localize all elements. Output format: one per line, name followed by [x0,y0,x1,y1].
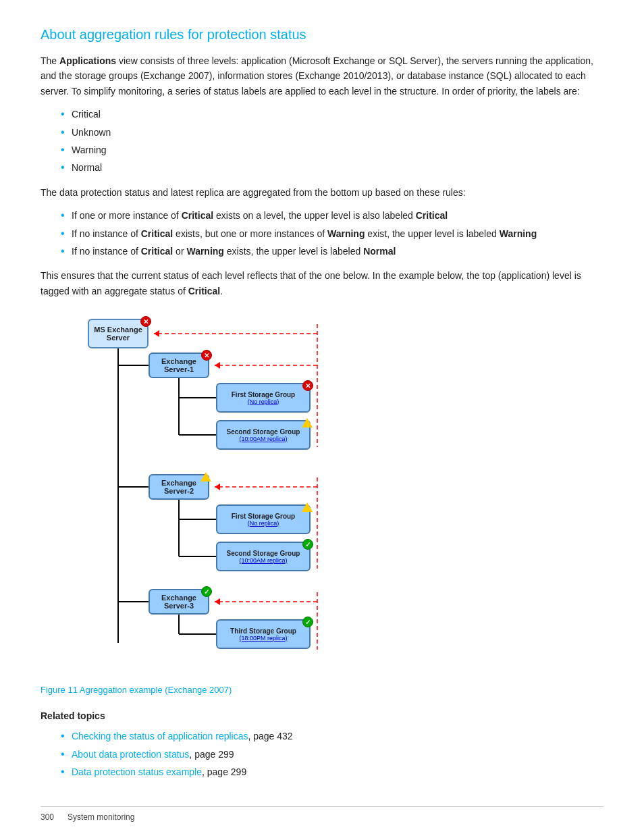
rule-2: If no instance of Critical exists, but o… [61,226,603,241]
ms-exchange-label: MS ExchangeServer [94,325,142,342]
rules-list: If one or more instance of Critical exis… [61,208,603,259]
sg2b-sub: (10:00AM replica) [239,557,287,564]
footer: 300 System monitoring [41,806,603,822]
related-link-3-anchor[interactable]: Data protection status example [72,766,202,777]
intro-paragraph: The Applications view consists of three … [41,53,603,99]
list-item: Warning [61,142,603,157]
page-title: About aggregation rules for protection s… [41,27,603,43]
server-1-status: ✕ [201,350,212,361]
sg1a-node: First Storage Group (No replica) ✕ [216,383,311,413]
server-2-status [200,472,211,481]
server-3-node: ExchangeServer-3 ✓ [149,589,209,615]
sg1b-node: Second Storage Group (10:00AM replica) [216,420,311,450]
list-item: Unknown [61,125,603,140]
summary-paragraph: This ensures that the current status of … [41,268,603,298]
intro-post: view consists of three levels: applicati… [41,55,593,97]
related-link-1-anchor[interactable]: Checking the status of application repli… [72,731,248,741]
server-2-node: ExchangeServer-2 [149,474,209,500]
sg1a-sub: (No replica) [248,398,279,405]
footer-page-number: 300 [41,812,54,822]
intro-bold: Applications [59,55,116,66]
sg1b-label: Second Storage Group [227,428,300,436]
list-item: Critical [61,107,603,122]
sg3-sub: (18:00PM replica) [239,635,287,642]
sg2b-node: Second Storage Group (10:00AM replica) ✓ [216,542,311,571]
ms-exchange-node: MS ExchangeServer ✕ [88,319,149,348]
sg2a-node: First Storage Group (No replica) [216,504,311,534]
sg1b-status-warning [302,418,313,427]
related-link-3-page: page 299 [207,766,246,777]
server-1-label: ExchangeServer-1 [161,357,196,373]
server-3-status: ✓ [201,586,212,597]
related-link-2: About data protection status, page 299 [61,747,603,762]
sg1a-label: First Storage Group [232,391,295,398]
rule-3: If no instance of Critical or Warning ex… [61,244,603,259]
server-1-node: ExchangeServer-1 ✕ [149,353,209,378]
related-topics-heading: Related topics [41,708,603,723]
related-topics-list: Checking the status of application repli… [61,729,603,779]
priority-list: Critical Unknown Warning Normal [61,107,603,176]
sg2a-status [302,502,313,512]
sg2a-label: First Storage Group [232,513,295,520]
ms-exchange-status-critical: ✕ [140,316,151,327]
aggregation-intro: The data protection status and latest re… [41,185,603,200]
svg-marker-15 [215,362,220,369]
related-link-2-page: page 299 [194,749,234,760]
sg3-label: Third Storage Group [230,627,296,635]
related-link-1-page: page 432 [253,731,292,741]
server-2-label: ExchangeServer-2 [161,479,196,495]
sg2b-label: Second Storage Group [227,550,300,557]
related-link-2-anchor[interactable]: About data protection status [72,749,189,760]
sg3-status: ✓ [302,617,313,627]
figure-caption: Figure 11 Agreggation example (Exchange … [41,683,603,698]
footer-section: System monitoring [68,812,134,822]
sg3-node: Third Storage Group (18:00PM replica) ✓ [216,619,311,649]
sg2b-status: ✓ [302,539,313,550]
svg-marker-13 [154,330,159,337]
svg-marker-17 [215,484,220,490]
related-link-1: Checking the status of application repli… [61,729,603,744]
intro-pre: The [41,55,59,66]
related-link-3: Data protection status example, page 299 [61,764,603,779]
svg-marker-19 [215,598,220,605]
aggregation-diagram: MS ExchangeServer ✕ ExchangeServer-1 ✕ F… [81,312,365,677]
sg1b-sub: (10:00AM replica) [239,436,287,442]
list-item: Normal [61,160,603,175]
sg2a-sub: (No replica) [248,520,279,527]
server-3-label: ExchangeServer-3 [161,594,196,610]
rule-1: If one or more instance of Critical exis… [61,208,603,223]
sg1a-status: ✕ [302,380,313,391]
